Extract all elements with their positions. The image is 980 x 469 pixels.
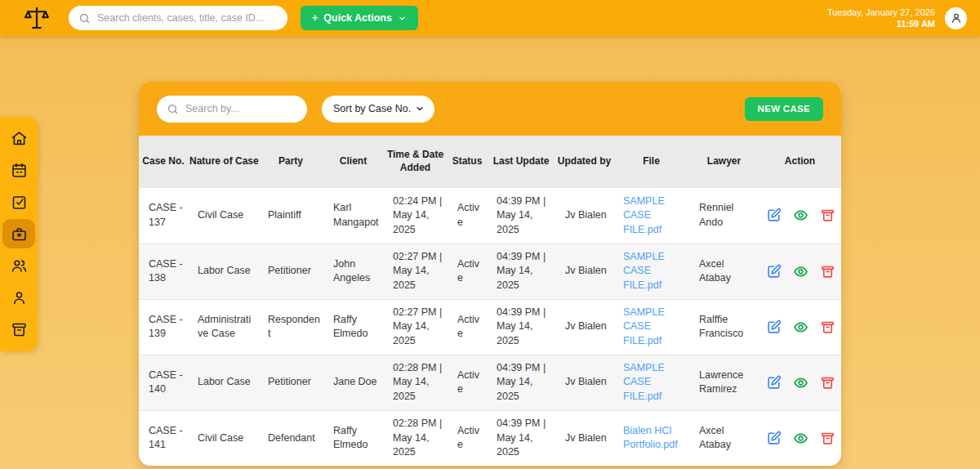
column-header: Nature of Case [188, 136, 258, 188]
column-header: Updated by [555, 136, 613, 188]
cell-time-added: 02:27 PM | May 14, 2025 [383, 299, 448, 355]
edit-button[interactable] [766, 375, 782, 391]
archive-icon [11, 321, 28, 338]
cell-client: Karl Mangapot [323, 188, 383, 243]
quick-actions-button[interactable]: + Quick Actions [301, 6, 418, 30]
sidebar-item-calendar[interactable] [2, 155, 35, 185]
cell-case-no: CASE - 141 [139, 410, 188, 466]
view-button[interactable] [793, 208, 808, 223]
cases-table: Case No.Nature of CasePartyClientTime & … [139, 136, 841, 466]
delete-button[interactable] [820, 208, 835, 223]
cell-action [759, 355, 841, 410]
sidebar-item-clients[interactable] [2, 252, 35, 281]
delete-icon [820, 208, 835, 223]
column-header: Client [323, 136, 383, 188]
file-link[interactable]: Bialen HCI Portfolio.pdf [623, 425, 678, 451]
delete-button[interactable] [820, 375, 835, 391]
cell-file: SAMPLE CASE FILE.pdf [613, 299, 689, 355]
current-date: Tuesday, January 27, 2026 [827, 7, 935, 18]
cell-last-update: 04:39 PM | May 14, 2025 [487, 355, 555, 410]
table-search-input[interactable] [185, 103, 297, 114]
cell-last-update: 04:39 PM | May 14, 2025 [487, 188, 555, 243]
file-link[interactable]: SAMPLE CASE FILE.pdf [623, 195, 665, 235]
cell-file: Bialen HCI Portfolio.pdf [613, 410, 689, 466]
cell-lawyer: Axcel Atabay [689, 243, 759, 299]
column-header: Status [448, 136, 487, 188]
cell-status: Active [448, 355, 487, 410]
file-link[interactable]: SAMPLE CASE FILE.pdf [623, 306, 665, 346]
view-button[interactable] [793, 375, 808, 391]
home-icon [11, 130, 28, 147]
edit-button[interactable] [766, 319, 782, 335]
sidebar-item-archive[interactable] [2, 315, 35, 345]
cell-file: SAMPLE CASE FILE.pdf [613, 355, 689, 410]
view-icon [793, 375, 808, 391]
cell-file: SAMPLE CASE FILE.pdf [613, 188, 689, 243]
cell-status: Active [448, 243, 487, 299]
search-icon [167, 103, 179, 115]
delete-button[interactable] [820, 319, 835, 335]
sort-dropdown-value: Sort by Case No. [333, 103, 411, 114]
calendar-icon [11, 162, 28, 179]
sidebar-item-tasks[interactable] [2, 187, 35, 217]
cell-last-update: 04:39 PM | May 14, 2025 [487, 299, 555, 355]
sidebar-item-home[interactable] [2, 123, 35, 153]
column-header: Lawyer [689, 136, 759, 188]
cell-action [759, 188, 841, 243]
cell-updated-by: Jv Bialen [555, 410, 613, 466]
cell-lawyer: Lawrence Ramirez [689, 355, 759, 410]
view-button[interactable] [793, 319, 808, 335]
cell-nature: Administrative Case [188, 299, 258, 355]
new-case-button[interactable]: NEW CASE [745, 97, 823, 121]
cell-time-added: 02:28 PM | May 14, 2025 [383, 355, 448, 410]
view-icon [793, 431, 808, 446]
user-avatar[interactable] [945, 7, 967, 29]
cell-nature: Labor Case [188, 243, 258, 299]
global-search-input[interactable] [97, 12, 278, 24]
table-row: CASE - 141Civil CaseDefendantRaffy Elmed… [139, 410, 841, 466]
delete-button[interactable] [820, 264, 835, 279]
table-row: CASE - 137Civil CasePlaintiffKarl Mangap… [139, 188, 841, 243]
cell-party: Defendant [258, 410, 323, 466]
cell-lawyer: Axcel Atabay [689, 410, 759, 466]
cases-card: Sort by Case No. NEW CASE Case No.Nature… [139, 82, 841, 466]
sidebar-item-cases[interactable] [2, 219, 35, 248]
cell-updated-by: Jv Bialen [555, 299, 613, 355]
column-header: Action [759, 136, 841, 188]
file-link[interactable]: SAMPLE CASE FILE.pdf [623, 251, 665, 291]
edit-button[interactable] [766, 208, 782, 223]
column-header: Party [258, 136, 323, 188]
users-icon [11, 257, 28, 275]
cell-action [759, 299, 841, 355]
cell-status: Active [448, 299, 487, 355]
sort-dropdown[interactable]: Sort by Case No. [322, 96, 434, 123]
view-button[interactable] [793, 431, 808, 446]
cell-party: Petitioner [258, 355, 323, 410]
column-header: Case No. [139, 136, 188, 188]
cell-lawyer: Ralffie Francisco [689, 299, 759, 355]
sidebar-item-profile[interactable] [2, 284, 35, 313]
table-row: CASE - 139Administrative CaseRespondentR… [139, 299, 841, 355]
file-link[interactable]: SAMPLE CASE FILE.pdf [623, 362, 665, 402]
cell-client: Raffy Elmedo [323, 299, 383, 355]
cell-status: Active [448, 410, 487, 466]
cell-last-update: 04:39 PM | May 14, 2025 [487, 243, 555, 299]
plus-icon: + [312, 12, 318, 24]
cell-lawyer: Renniel Ando [689, 188, 759, 243]
view-button[interactable] [793, 264, 808, 279]
edit-button[interactable] [766, 431, 782, 446]
cell-nature: Civil Case [188, 188, 258, 243]
search-icon [78, 12, 91, 25]
cell-action [759, 410, 841, 466]
briefcase-icon [11, 226, 28, 243]
chevron-down-icon [415, 104, 425, 114]
delete-button[interactable] [820, 431, 835, 446]
edit-icon [766, 208, 782, 223]
cell-updated-by: Jv Bialen [555, 188, 613, 243]
column-header: File [613, 136, 689, 188]
view-icon [793, 208, 808, 223]
edit-button[interactable] [766, 264, 782, 279]
cell-client: John Angeles [323, 243, 383, 299]
cell-updated-by: Jv Bialen [555, 243, 613, 299]
cell-party: Respondent [258, 299, 323, 355]
